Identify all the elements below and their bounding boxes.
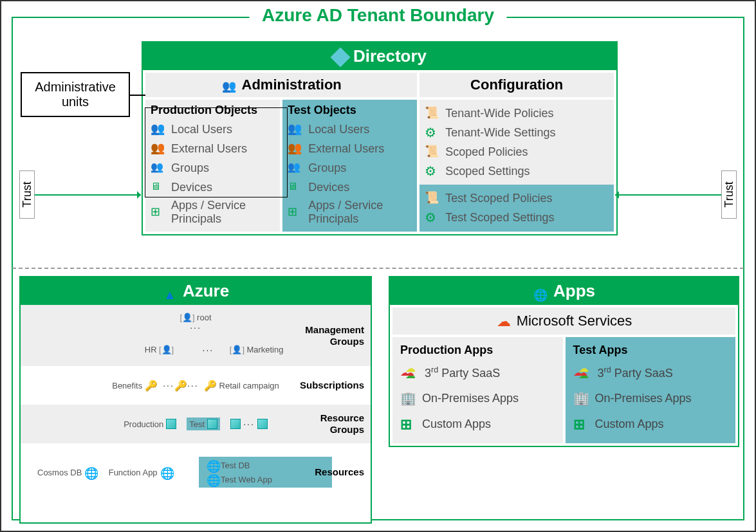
prod-3rd-party-saas: 3rd Party SaaS	[400, 360, 555, 385]
production-objects-title: Production Objects	[151, 104, 275, 117]
boundary-title: Azure AD Tenant Boundary	[249, 5, 507, 26]
test-local-users: Local Users	[288, 120, 412, 139]
trust-arrow-left	[35, 194, 141, 196]
globe-icon	[160, 466, 172, 478]
prod-custom-apps: Custom Apps	[400, 411, 555, 437]
au-connector-line	[130, 95, 145, 96]
cfg-tenant-policies: Tenant-Wide Policies	[425, 104, 609, 123]
trust-arrow-right	[615, 194, 721, 196]
ms-cloud-icon	[496, 313, 512, 329]
test-objects-col: Test Objects Local Users External Users …	[282, 100, 417, 232]
apps-header: Apps	[390, 277, 738, 305]
azure-header: Azure	[21, 277, 371, 305]
admin-icon	[221, 77, 237, 93]
users-icon	[288, 122, 303, 137]
scroll-icon	[425, 105, 440, 121]
mgmt-group-icon	[159, 345, 174, 354]
mgmt-group-icon	[180, 313, 195, 322]
prod-local-users: Local Users	[151, 120, 275, 139]
tier-subscriptions: Benefits ··· ··· Retail campaign Subscri…	[21, 366, 371, 405]
directory-box: Directory Administration Production Obje…	[142, 41, 618, 235]
group-icon	[151, 160, 166, 176]
administration-header: Administration	[145, 73, 417, 97]
test-apps-title: Test Apps	[573, 344, 728, 357]
tier-mgmt-groups: root ··· HR ··· Marketing Management Gro…	[21, 305, 371, 366]
apps-icon	[533, 284, 548, 299]
gear-icon	[425, 125, 440, 140]
scroll-icon	[425, 144, 440, 160]
cfg-test-scoped-policies: Test Scoped Policies	[425, 188, 609, 208]
res-testdb: Test DB	[207, 459, 250, 471]
directory-header: Directory	[143, 42, 616, 70]
globe-icon	[207, 473, 218, 485]
production-apps-title: Production Apps	[400, 344, 555, 357]
test-custom-apps: Custom Apps	[573, 411, 728, 437]
test-external-users: External Users	[288, 139, 412, 158]
group-icon	[288, 160, 303, 176]
dashed-divider	[12, 268, 744, 269]
users-icon	[288, 141, 303, 156]
prod-onprem-apps: On-Premises Apps	[400, 385, 555, 411]
admin-units-label-box: Administrative units	[21, 72, 130, 117]
device-icon	[151, 179, 166, 195]
res-function: Function App	[109, 466, 172, 478]
multi-cloud-icon	[400, 365, 418, 380]
azure-icon	[162, 284, 178, 299]
tier-label-rg: Resource Groups	[293, 412, 364, 436]
test-apps-sp: Apps / Service Principals	[288, 197, 412, 228]
cfg-scoped-policies: Scoped Policies	[425, 142, 609, 161]
azure-box: Azure root ··· HR ··· Marketing Manageme…	[19, 276, 372, 524]
test-onprem-apps: On-Premises Apps	[573, 385, 728, 411]
tier-resources: Cosmos DB Function App Test DB Test Web …	[21, 443, 371, 501]
mgmt-group-icon	[230, 345, 244, 354]
users-icon	[151, 141, 166, 156]
globe-icon	[84, 466, 96, 478]
test-groups: Groups	[288, 158, 412, 178]
cube-icon	[166, 419, 176, 429]
prod-devices: Devices	[151, 178, 275, 197]
key-icon	[204, 380, 217, 392]
apps-icon	[288, 205, 303, 220]
building-icon	[573, 390, 589, 406]
trust-label-right: Trust	[721, 170, 737, 219]
res-cosmos: Cosmos DB	[37, 466, 96, 478]
prod-apps-sp: Apps / Service Principals	[151, 197, 275, 228]
multi-cloud-icon	[573, 365, 591, 380]
apps-box: Apps Microsoft Services Production Apps …	[389, 276, 739, 447]
prod-external-users: External Users	[151, 139, 275, 158]
production-apps-col: Production Apps 3rd Party SaaS On-Premis…	[392, 337, 563, 443]
cfg-scoped-settings: Scoped Settings	[425, 161, 609, 181]
tier-resource-groups: Production Test ··· Resource Groups	[21, 405, 371, 443]
key-icon	[174, 380, 187, 392]
configuration-header: Configuration	[419, 73, 614, 97]
res-testweb: Test Web App	[207, 473, 272, 485]
cube-icon	[257, 419, 268, 429]
prod-groups: Groups	[151, 158, 275, 178]
ms-services-row: Microsoft Services	[392, 307, 735, 335]
tier-label-resources: Resources	[293, 466, 364, 478]
tier-label-subs: Subscriptions	[293, 380, 364, 391]
cube-icon	[230, 419, 241, 429]
apps-icon	[151, 205, 166, 220]
cfg-test-scoped-settings: Test Scoped Settings	[425, 208, 609, 227]
device-icon	[288, 179, 303, 195]
test-apps-col: Test Apps 3rd Party SaaS On-Premises App…	[566, 337, 736, 443]
building-icon	[400, 390, 416, 406]
grid-icon	[400, 416, 416, 432]
gear-icon	[425, 210, 440, 225]
cfg-tenant-settings: Tenant-Wide Settings	[425, 123, 609, 142]
production-objects-col: Production Objects Local Users External …	[145, 100, 280, 232]
test-objects-title: Test Objects	[288, 104, 412, 117]
gear-icon	[425, 163, 440, 179]
tier-label-mgmt: Management Groups	[293, 324, 364, 347]
cube-icon	[207, 419, 217, 429]
scroll-icon	[425, 190, 440, 206]
grid-icon	[573, 416, 589, 432]
test-3rd-party-saas: 3rd Party SaaS	[573, 360, 728, 385]
trust-label-left: Trust	[19, 170, 35, 219]
key-icon	[145, 380, 158, 392]
config-list-prod: Tenant-Wide Policies Tenant-Wide Setting…	[419, 100, 614, 185]
users-icon	[151, 122, 166, 137]
test-devices: Devices	[288, 178, 412, 197]
globe-icon	[207, 459, 218, 471]
